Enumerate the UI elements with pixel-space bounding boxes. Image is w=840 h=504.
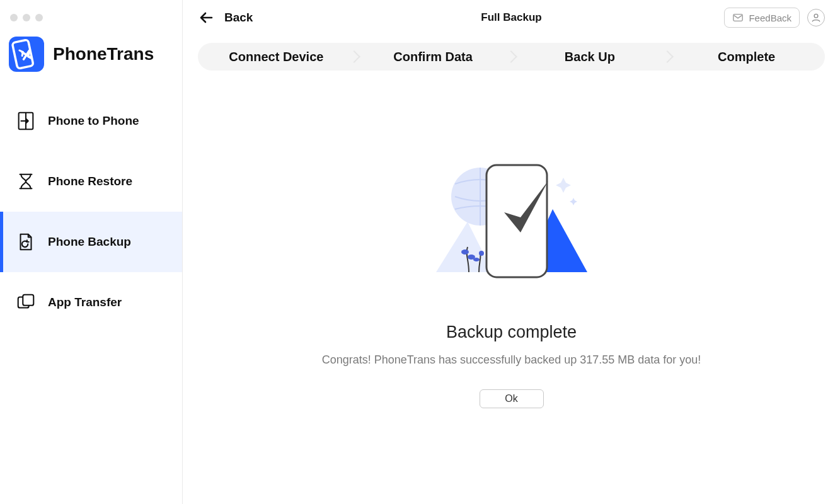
feedback-button[interactable]: FeedBack: [724, 8, 800, 28]
app-transfer-icon: [15, 292, 37, 313]
ok-button[interactable]: Ok: [480, 389, 544, 408]
topbar: Back Full Backup FeedBack: [183, 0, 840, 35]
svg-point-17: [473, 258, 480, 261]
result-message: Congrats! PhoneTrans has successfully ba…: [322, 353, 701, 367]
step-back-up: Back Up: [512, 50, 669, 64]
main-panel: Back Full Backup FeedBack Connect Device…: [183, 0, 840, 504]
feedback-label: FeedBack: [749, 13, 791, 23]
content-area: Backup complete Congrats! PhoneTrans has…: [183, 71, 840, 504]
sidebar-item-label: Phone Backup: [48, 235, 131, 249]
back-button[interactable]: Back: [198, 9, 253, 26]
step-complete: Complete: [668, 50, 825, 64]
sidebar-item-phone-to-phone[interactable]: Phone to Phone: [0, 91, 182, 151]
back-arrow-icon: [198, 9, 216, 26]
sidebar-item-app-transfer[interactable]: App Transfer: [0, 272, 182, 333]
brand: PhoneTrans: [0, 28, 182, 91]
sidebar-item-phone-backup[interactable]: Phone Backup: [0, 212, 182, 272]
result-title: Backup complete: [446, 323, 577, 342]
sidebar-nav: Phone to Phone Phone Restore: [0, 91, 182, 333]
sidebar: PhoneTrans Phone to Phone: [0, 0, 183, 504]
svg-rect-7: [734, 14, 742, 21]
topbar-right: FeedBack: [724, 8, 825, 28]
ok-label: Ok: [505, 393, 517, 404]
user-icon: [810, 12, 822, 23]
brand-logo-icon: [9, 37, 44, 72]
backup-complete-illustration: [430, 152, 594, 291]
window-control-zoom[interactable]: [35, 14, 43, 21]
sidebar-item-phone-restore[interactable]: Phone Restore: [0, 151, 182, 212]
mail-icon: [732, 12, 744, 23]
window-control-minimize[interactable]: [23, 14, 30, 21]
svg-rect-6: [23, 295, 33, 306]
step-connect-device: Connect Device: [198, 50, 355, 64]
back-label: Back: [224, 11, 253, 25]
account-button[interactable]: [807, 9, 825, 26]
svg-point-8: [814, 14, 818, 18]
phone-to-phone-icon: [15, 110, 37, 132]
svg-marker-11: [436, 222, 493, 272]
sidebar-item-label: App Transfer: [48, 295, 122, 309]
backup-file-icon: [15, 231, 37, 253]
sidebar-item-label: Phone to Phone: [48, 114, 139, 128]
progress-steps: Connect Device Confirm Data Back Up Comp…: [198, 43, 825, 71]
svg-point-14: [461, 249, 469, 255]
svg-point-16: [479, 251, 484, 256]
window-controls: [0, 6, 182, 28]
page-title: Full Backup: [481, 11, 541, 24]
brand-name: PhoneTrans: [53, 44, 154, 64]
step-confirm-data: Confirm Data: [355, 50, 512, 64]
sidebar-item-label: Phone Restore: [48, 175, 132, 188]
hourglass-icon: [15, 171, 37, 192]
window-control-close[interactable]: [10, 14, 18, 21]
